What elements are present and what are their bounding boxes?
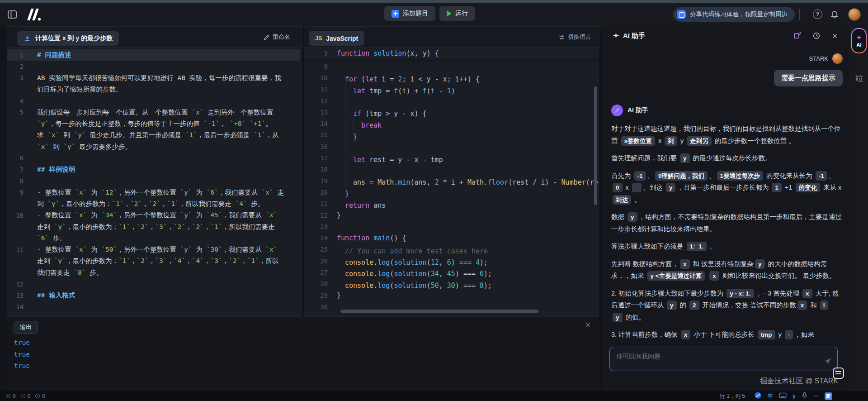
code-line: 16 xyxy=(304,141,598,152)
topbar-divider xyxy=(799,9,800,20)
code-line: 24function main() { xyxy=(304,232,598,243)
user-avatar[interactable] xyxy=(848,8,861,21)
chat-history-icon[interactable] xyxy=(812,32,821,42)
swap-arrows-icon xyxy=(558,34,565,41)
play-icon xyxy=(447,10,452,17)
inline-code-chip: y - x: 1. xyxy=(726,289,754,298)
inline-code-chip: x xyxy=(681,330,691,339)
code-editor[interactable]: 910for (let i = 2; i < y - x; i++) {11le… xyxy=(304,61,598,315)
ai-sparkle-icon xyxy=(612,32,620,41)
app-logo[interactable] xyxy=(24,8,42,21)
ime-logo-icon[interactable] xyxy=(754,391,762,401)
problem-panel: 计算位置 x 到 y 的最少步数 重命名 1# 问题描述23AB 实验同学每天都… xyxy=(7,26,302,317)
md-line: 我们需要走 `8` 步。 xyxy=(7,267,300,278)
sticky-code-line: 3function solution(x, y) { xyxy=(304,48,598,59)
inline-code-chip: x xyxy=(680,259,690,269)
inline-code-chip: x xyxy=(797,301,807,310)
md-line: 3AB 实验同学每天都很苦恼如何可以更好地进行 AB 实验，每一步的流程很重要，… xyxy=(7,72,300,84)
run-button[interactable]: 运行 xyxy=(439,6,475,21)
add-problem-label: 添加题目 xyxy=(403,10,428,18)
code-editor-panel: JS JavaScript 切换语言 3function solution(x,… xyxy=(304,26,599,317)
code-line: 3function solution(x, y) { xyxy=(304,48,598,59)
ime-simplified-icon[interactable]: 简 xyxy=(825,392,832,400)
md-line: 走到 `y`，最小的步数为：`1`，`2`，`3`，`2`，`2`，`1`，所以… xyxy=(7,221,300,232)
problems-warnings[interactable]: 0 xyxy=(20,393,31,399)
top-bar: 添加题目 运行 分享代码练习体验，领限量定制周边 ? xyxy=(0,3,868,26)
user-name: STARK xyxy=(809,55,828,62)
promo-icon xyxy=(677,10,686,19)
ime-handwriting-toggle[interactable]: y xyxy=(793,393,796,399)
ai-panel-close-icon[interactable] xyxy=(831,33,838,41)
code-line: 19ans = Math.min(ans, 2 * i + Math.floor… xyxy=(304,175,598,186)
user-message-avatar xyxy=(832,53,843,64)
chat-paragraph: 首先为 -1、0理解问题，我们、1要通过每次步 的变化来从长为 -1、0 x 、… xyxy=(611,170,843,206)
language-tab-label: JavaScript xyxy=(326,35,358,42)
add-problem-button[interactable]: 添加题目 xyxy=(384,6,435,21)
sidebar-toggle-icon[interactable] xyxy=(7,10,17,19)
code-line: 10for (let i = 2; i < y - x; i++) { xyxy=(304,72,598,83)
code-line: 9 xyxy=(304,61,598,72)
rail-extension-icon[interactable]: 竝 xyxy=(850,73,868,84)
promo-text: 分享代码练习体验，领限量定制周边 xyxy=(690,10,788,19)
output-close-icon[interactable] xyxy=(585,322,591,330)
problem-title-tab[interactable]: 计算位置 x 到 y 的最少步数 xyxy=(17,31,119,46)
problems-infos[interactable]: 0 xyxy=(35,393,45,399)
md-line: 走到 `y`，最小的步数为：`1`，`2`，`3`，`4`，`4`，`3`，`2… xyxy=(7,255,300,267)
ime-more-icon[interactable]: ⋯ xyxy=(813,393,819,399)
pencil-icon xyxy=(263,34,270,41)
inline-code-chip: y xyxy=(666,183,676,192)
error-icon xyxy=(5,393,11,399)
ai-assistant-panel: AI 助手 STARK xyxy=(603,26,850,391)
ime-mic-icon[interactable] xyxy=(802,392,807,400)
chat-scroll-area[interactable]: STARK 需要一点思路提示 AI 助手 对于对于这道题这道题，我们的目标，我们… xyxy=(611,46,843,355)
inline-code-chip: x xyxy=(802,289,812,298)
chat-input[interactable] xyxy=(615,351,814,362)
inline-code-chip: x xyxy=(709,271,719,281)
code-line: 17let rest = y - x - tmp xyxy=(304,152,598,163)
md-line: 们目标为了缩短所需的步数。 xyxy=(7,84,300,95)
code-line: 28console.log(solution(50, 30) === 8); xyxy=(304,278,598,290)
ime-keyboard-icon[interactable] xyxy=(779,392,787,400)
rename-button[interactable]: 重命名 xyxy=(263,33,290,41)
plus-icon xyxy=(392,10,399,18)
switch-language-button[interactable]: 切换语言 xyxy=(558,33,591,41)
notification-bell-icon[interactable] xyxy=(830,10,839,20)
md-line: `x` 到 `y` 最少需要多少步。 xyxy=(7,141,300,152)
inline-code-chip: y xyxy=(755,259,765,269)
new-chat-icon[interactable] xyxy=(793,32,802,42)
ime-toolbar: 中 y ⋯ 简 xyxy=(754,391,832,401)
editor-vertical-scrollbar[interactable] xyxy=(594,86,597,205)
inline-code-chip: 2 xyxy=(689,301,699,310)
chat-input-box[interactable] xyxy=(609,347,838,371)
inline-code-chip: x整数位置 xyxy=(621,136,656,146)
md-line: 11- 整数位置 `x` 为 `50`，另外一个整数位置 `y` 为 `30`，… xyxy=(7,244,300,255)
send-icon[interactable] xyxy=(824,357,832,367)
promo-banner[interactable]: 分享代码练习体验，领限量定制周边 xyxy=(673,7,795,22)
ai-rail-button[interactable]: AI xyxy=(851,28,867,53)
code-line: 27console.log(solution(34, 45) === 6); xyxy=(304,267,598,278)
chat-paragraph: 3. 计算当前步数，确保 x 小于 下可能的总步长 tmp y ·，如果 xyxy=(611,329,843,341)
run-label: 运行 xyxy=(455,10,468,18)
inline-code-chip: y xyxy=(667,301,677,310)
code-line: 26console.log(solution(12, 6) === 4); xyxy=(304,255,598,267)
user-message-bubble: 需要一点思路提示 xyxy=(774,70,843,86)
problem-panel-header: 计算位置 x 到 y 的最少步数 重命名 xyxy=(7,27,301,48)
chat-paragraph: 首先理解问题，我们要 y 的最少通过每次步长步数。 xyxy=(611,152,843,164)
editor-horizontal-scrollbar[interactable] xyxy=(340,310,538,313)
ai-panel-header: AI 助手 xyxy=(603,26,850,45)
language-tab-javascript[interactable]: JS JavaScript xyxy=(309,31,364,46)
right-rail: AI 竝 xyxy=(850,26,868,391)
output-tab[interactable]: 输出 xyxy=(14,321,38,334)
code-line: 25// You can add more test cases here xyxy=(304,244,598,255)
app-window: 添加题目 运行 分享代码练习体验，领限量定制周边 ? 计算位置 x 到 y 的最… xyxy=(0,0,868,401)
cursor-position[interactable]: 行 1，列 5 xyxy=(720,391,745,401)
assistant-avatar xyxy=(611,105,623,116)
ime-lang-toggle[interactable]: 中 xyxy=(768,392,773,400)
md-line: 12 xyxy=(7,278,300,290)
markdown-editor[interactable]: 1# 问题描述23AB 实验同学每天都很苦恼如何可以更好地进行 AB 实验，每一… xyxy=(7,49,300,315)
md-line: 求 `x` 到 `y` 最少走几步。并且第一步必须是 `1`，最后一步必须是 `… xyxy=(7,129,300,141)
problems-errors[interactable]: 0 xyxy=(5,393,16,399)
help-icon[interactable]: ? xyxy=(813,10,822,19)
feedback-chat-button[interactable] xyxy=(833,368,844,379)
md-line: 到 `y`，最小的步数为：`1`，`2`，`2`，`1`，所以我们需要走 `4`… xyxy=(7,198,300,210)
